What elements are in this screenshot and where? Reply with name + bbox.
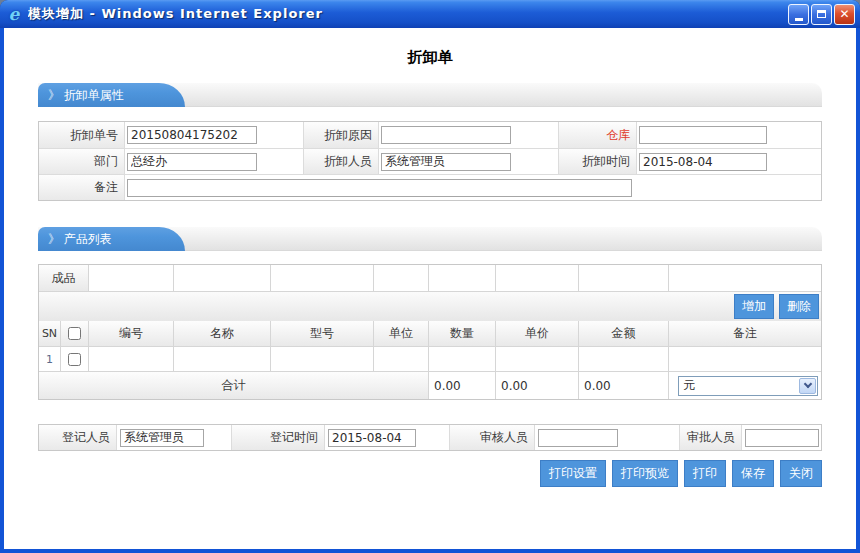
finished-cell[interactable] [174,265,271,291]
product-table-header: SN 编号 名称 型号 单位 数量 单价 金额 备注 [39,321,821,346]
minimize-icon [795,18,803,21]
maximize-icon [817,10,826,18]
row-cell-amount[interactable] [579,347,669,371]
registrar-input[interactable] [120,429,204,447]
col-header-unit-price: 单价 [496,321,579,346]
print-settings-button[interactable]: 打印设置 [540,460,606,487]
person-label: 折卸人员 [304,149,379,174]
department-label: 部门 [39,149,125,174]
remark-label: 备注 [39,175,125,200]
row-cell-name[interactable] [174,347,271,371]
chevron-down-icon [803,380,811,388]
col-header-amount: 金额 [579,321,669,346]
remark-input[interactable] [127,179,632,197]
select-arrow-button[interactable] [799,378,816,394]
section-tab-products: 》 产品列表 [38,227,185,251]
col-header-remark: 备注 [669,321,821,346]
register-time-label: 登记时间 [232,425,325,450]
finished-cell[interactable] [89,265,174,291]
registration-bar: 登记人员 登记时间 审核人员 审批人员 [38,424,822,451]
ie-logo-icon: e [5,5,23,23]
time-label: 折卸时间 [559,149,637,174]
col-header-model: 型号 [271,321,374,346]
currency-select[interactable]: 元 [678,376,818,396]
finished-cell[interactable] [429,265,496,291]
close-window-button[interactable]: ✕ [834,4,855,25]
finished-cell[interactable] [271,265,374,291]
col-header-sn: SN [39,321,61,346]
select-all-checkbox[interactable] [68,327,81,340]
delete-row-button[interactable]: 删除 [779,294,819,319]
finished-cell[interactable] [579,265,669,291]
order-no-input[interactable] [127,126,257,144]
row-cell-quantity[interactable] [429,347,496,371]
total-quantity: 0.00 [429,372,496,399]
minimize-button[interactable] [788,4,809,25]
order-no-label: 折卸单号 [39,122,125,148]
add-row-button[interactable]: 增加 [734,294,774,319]
reviewer-label: 审核人员 [450,425,535,450]
time-input[interactable] [639,153,767,171]
product-toolbar: 增加 删除 [39,291,821,321]
row-cell-model[interactable] [271,347,374,371]
reason-label: 折卸原因 [304,122,379,148]
maximize-button[interactable] [811,4,832,25]
print-button[interactable]: 打印 [684,460,726,487]
reviewer-input[interactable] [538,429,618,447]
row-cell-remark[interactable] [669,347,821,371]
registrar-label: 登记人员 [39,425,117,450]
print-preview-button[interactable]: 打印预览 [612,460,678,487]
person-input[interactable] [381,153,511,171]
row-cell-unit-price[interactable] [496,347,579,371]
window-controls: ✕ [788,4,855,25]
total-label: 合计 [39,372,429,399]
col-header-name: 名称 [174,321,271,346]
properties-form: 折卸单号 折卸原因 仓库 部门 折卸人员 折卸时间 备注 [38,121,822,201]
finished-cell[interactable] [496,265,579,291]
row-sn: 1 [39,347,61,371]
warehouse-input[interactable] [639,126,767,144]
approver-input[interactable] [745,429,819,447]
table-row: 1 [39,346,821,371]
page-title: 折卸单 [38,48,822,67]
row-cell-code[interactable] [89,347,174,371]
save-button[interactable]: 保存 [732,460,774,487]
col-header-code: 编号 [89,321,174,346]
finished-product-label: 成品 [39,265,89,291]
currency-value: 元 [683,377,695,394]
row-checkbox[interactable] [68,353,81,366]
total-unit-price: 0.00 [496,372,579,399]
close-button[interactable]: 关闭 [780,460,822,487]
col-header-quantity: 数量 [429,321,496,346]
titlebar[interactable]: e 模块增加 - Windows Internet Explorer ✕ [0,0,860,28]
product-table: 成品 增加 删除 SN 编号 名称 型号 单位 数 [38,264,822,400]
close-icon: ✕ [839,7,849,21]
total-row: 合计 0.00 0.00 0.00 元 [39,371,821,399]
section-tab-properties: 》 折卸单属性 [38,83,185,107]
section-bar-properties: 》 折卸单属性 [38,83,822,107]
ie-window: e 模块增加 - Windows Internet Explorer ✕ 折卸单… [0,0,860,553]
register-time-input[interactable] [328,429,416,447]
total-amount: 0.00 [579,372,669,399]
reason-input[interactable] [381,126,511,144]
department-input[interactable] [127,153,257,171]
col-header-unit: 单位 [374,321,429,346]
finished-cell[interactable] [669,265,821,291]
finished-product-row: 成品 [39,265,821,291]
finished-cell[interactable] [374,265,429,291]
page-content: 折卸单 》 折卸单属性 折卸单号 折卸原因 仓库 部门 折卸人员 折卸时间 [4,28,856,549]
warehouse-label: 仓库 [559,122,637,148]
approver-label: 审批人员 [680,425,742,450]
action-buttons: 打印设置 打印预览 打印 保存 关闭 [38,460,822,487]
section-bar-products: 》 产品列表 [38,227,822,251]
window-title: 模块增加 - Windows Internet Explorer [28,5,788,23]
row-cell-unit[interactable] [374,347,429,371]
